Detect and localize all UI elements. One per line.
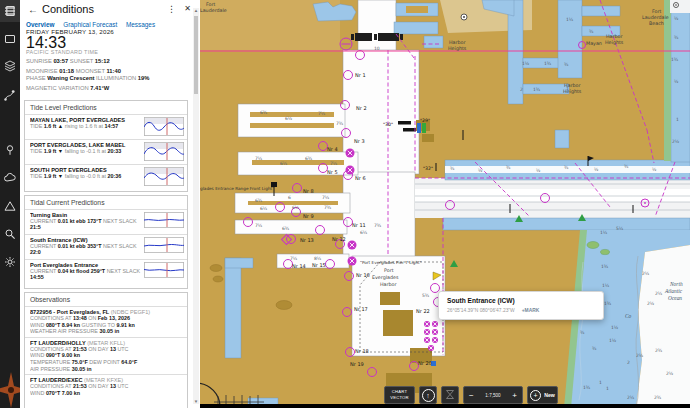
text-segment: MOONSET xyxy=(74,68,106,74)
tide-station-status: TIDE 1.6 ft ▲ rising to 1.6 ft at 14:57 xyxy=(30,123,141,129)
chart-type-button[interactable]: CHART VECTOR xyxy=(384,386,415,404)
current-station-row[interactable]: Turning Basin CURRENT 0.01 kt ebb 173°T … xyxy=(25,209,187,234)
sidebar-settings-button[interactable] xyxy=(0,251,20,273)
text-segment: TIDE xyxy=(30,173,44,179)
tide-station-status: TIDE 1.9 ft ▼ falling to -0.0 ft at 20:3… xyxy=(30,173,141,179)
text-segment: AIR PRESSURE xyxy=(30,366,72,372)
tide-sparkline xyxy=(144,142,184,161)
zoom-out-button[interactable]: − xyxy=(469,391,474,400)
sunrise-sunset-line: SUNRISE 03:57 SUNSET 15:12 xyxy=(26,58,188,65)
app-window: ← Conditions ⋮ ✕ Overview Graphical Fore… xyxy=(0,0,690,408)
text-segment: 21:53 xyxy=(73,383,87,389)
observations-card-title: Observations xyxy=(25,293,187,306)
text-segment: Feb 13, 2026 xyxy=(98,315,130,321)
text-segment: 21:5 xyxy=(30,224,41,230)
text-segment: rising to 1.6 ft at xyxy=(63,123,104,129)
text-segment: falling to -0.0 ft at xyxy=(63,173,107,179)
text-segment: 03:57 xyxy=(53,58,68,64)
sidebar-weather-button[interactable] xyxy=(0,167,20,189)
text-segment: 080°T 8.94 kn xyxy=(46,322,80,328)
text-segment: 14:57 xyxy=(105,123,119,129)
zoom-in-button[interactable]: + xyxy=(512,391,517,400)
tide-station-row[interactable]: PORT EVERGLADES, LAKE MABEL TIDE 1.9 ft … xyxy=(25,139,187,164)
text-segment: 7.41°W xyxy=(90,85,109,91)
tide-station-row[interactable]: MAYAN LAKE, PORT EVERGLADES TIDE 1.6 ft … xyxy=(25,114,187,139)
layers-icon xyxy=(4,60,16,72)
sidebar-displays-button[interactable] xyxy=(0,28,20,50)
text-segment: 20:33 xyxy=(108,148,122,154)
observation-line: WIND 090°T 9.00 kn xyxy=(30,352,182,359)
conditions-panel: ← Conditions ⋮ ✕ Overview Graphical Fore… xyxy=(20,0,200,408)
chart-canvas[interactable]: FortLauderdaleFortLauderdaleBeachHarborH… xyxy=(200,0,690,408)
moon-phase-line: PHASE Waning Crescent ILLUMINATION 19% xyxy=(26,75,188,82)
observations-card: Observations 8722956 - Port Everglades, … xyxy=(24,292,188,408)
text-segment: 75.0°F xyxy=(72,359,88,365)
text-segment: SUNRISE xyxy=(26,58,53,64)
displays-icon xyxy=(4,33,16,45)
text-segment: CURRENT xyxy=(30,218,58,224)
scale-display[interactable]: 1:7,500 xyxy=(485,393,500,398)
new-view-button[interactable]: + New xyxy=(527,386,558,404)
text-segment: WIND xyxy=(30,322,46,328)
magnetic-variation-line: MAGNETIC VARIATION 7.41°W xyxy=(26,85,188,92)
more-options-button[interactable]: ⋮ xyxy=(167,4,176,14)
text-segment: MAGNETIC VARIATION xyxy=(26,85,90,91)
text-segment: 0.01 kt ebb 173°T xyxy=(58,218,102,224)
panel-title: Conditions xyxy=(42,3,94,15)
current-station-row[interactable]: South Entrance (ICW) CURRENT 0.01 kt ebb… xyxy=(25,234,187,259)
text-segment: falling to -0.1 ft at xyxy=(63,148,107,154)
close-panel-button[interactable]: ✕ xyxy=(184,4,191,13)
marks-pin-icon xyxy=(4,144,16,156)
text-segment: ON DAY xyxy=(87,383,110,389)
current-predictions-card: Tidal Current Predictions Turning Basin … xyxy=(24,195,188,289)
scroll-up-arrow[interactable]: ▲ xyxy=(193,8,199,13)
north-up-button[interactable]: ↑ xyxy=(419,386,437,404)
new-view-label: New xyxy=(544,392,555,398)
sidebar xyxy=(0,0,20,408)
chart-type-line2: VECTOR xyxy=(390,395,409,401)
observation-row[interactable]: FT LAUDERD/HOLLY (METAR KFLL) CONDITIONS… xyxy=(25,337,187,374)
tide-station-row[interactable]: SOUTH PORT EVERGLADES TIDE 1.9 ft ▼ fall… xyxy=(25,164,187,189)
text-segment: PHASE xyxy=(26,75,47,81)
scroll-down-arrow[interactable]: ▼ xyxy=(193,399,199,404)
observation-row[interactable]: 8722956 - Port Everglades, FL (NDBC PEGF… xyxy=(25,306,187,337)
text-segment: NEXT SLACK xyxy=(105,268,140,274)
observation-line: CONDITIONS AT 21:53 ON DAY 13 UTC xyxy=(30,346,182,353)
observation-row[interactable]: FT LAUDERD/EXEC (METAR KFXE) CONDITIONS … xyxy=(25,374,187,398)
observation-line: AIR PRESSURE 30.05 in xyxy=(30,366,182,373)
tab-messages[interactable]: Messages xyxy=(126,21,155,28)
sidebar-search-button[interactable] xyxy=(0,223,20,245)
text-segment: CURRENT xyxy=(30,243,58,249)
current-station-row[interactable]: Port Everglades Entrance CURRENT 0.04 kt… xyxy=(25,259,187,284)
panel-header: ← Conditions ⋮ ✕ xyxy=(20,3,200,19)
timezone-text: PACIFIC STANDARD TIME xyxy=(26,49,188,55)
text-segment: 22:0 xyxy=(30,249,41,255)
text-segment: SUNSET xyxy=(68,58,95,64)
text-segment: 9.91 kn xyxy=(116,322,134,328)
sidebar-layers-button[interactable] xyxy=(0,55,20,77)
tab-overview[interactable]: Overview xyxy=(26,21,54,28)
back-button[interactable]: ← xyxy=(28,4,38,15)
scrollbar-thumb[interactable] xyxy=(194,16,198,94)
sidebar-logbook-button[interactable] xyxy=(0,0,20,22)
nautical-chart-graphics xyxy=(200,0,690,408)
sidebar-hazards-button[interactable] xyxy=(0,195,20,217)
popup-coordinates: 26°05'14.39"N 080°06'47.23"W xyxy=(447,308,515,313)
current-sparkline xyxy=(144,237,184,253)
observation-line: WIND 080°T 8.94 kn GUSTING TO 9.91 kn xyxy=(30,322,182,329)
panel-tabs: Overview Graphical Forecast Messages xyxy=(26,21,162,28)
text-segment: 15:12 xyxy=(95,58,110,64)
sidebar-marks-button[interactable] xyxy=(0,139,20,161)
follow-vessel-button[interactable] xyxy=(441,386,459,404)
text-segment: DEW POINT xyxy=(88,359,121,365)
sidebar-routes-button[interactable] xyxy=(0,84,20,106)
tab-graphical-forecast[interactable]: Graphical Forecast xyxy=(63,21,117,28)
text-segment: WEATHER AIR PRESSURE xyxy=(30,328,99,334)
text-segment: 30.05 in xyxy=(99,328,119,334)
zoom-control[interactable]: − 1:7,500 + xyxy=(463,386,523,404)
current-station-status: CURRENT 0.01 kt ebb 353°T NEXT SLACK 22:… xyxy=(30,243,141,256)
text-segment: MOONRISE xyxy=(26,68,59,74)
add-mark-link[interactable]: +MARK xyxy=(522,308,540,313)
text-segment: 0.01 kt ebb 353°T xyxy=(58,243,102,249)
panel-scrollbar[interactable]: ▲ ▼ xyxy=(193,8,199,404)
